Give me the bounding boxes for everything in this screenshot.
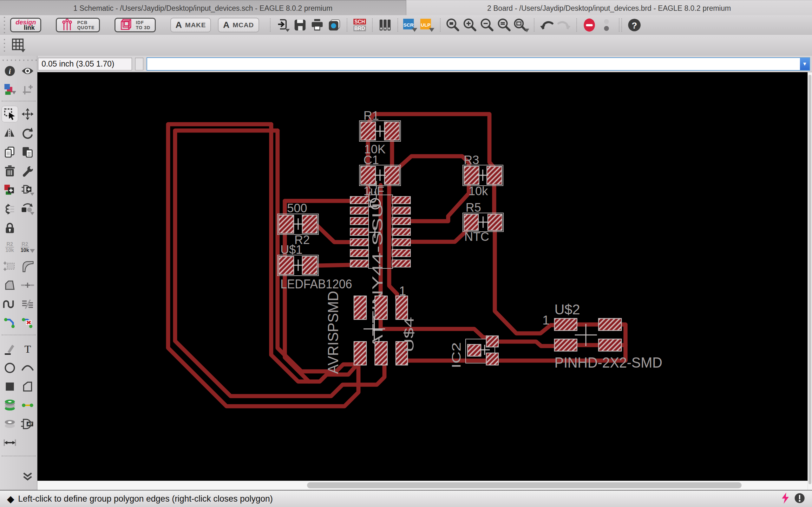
mirror-tool[interactable] — [2, 125, 18, 141]
expand-tools-button[interactable] — [19, 468, 36, 485]
toolbar-drag-handle[interactable] — [4, 39, 5, 52]
grid-button[interactable] — [10, 37, 27, 54]
component-C1[interactable]: C1 1uF — [359, 153, 401, 198]
zoom-in-button[interactable] — [461, 16, 478, 34]
export-button[interactable] — [274, 16, 292, 34]
polygon-tool[interactable] — [19, 378, 36, 395]
delete-tool[interactable] — [2, 163, 18, 179]
undo-button[interactable] — [538, 16, 555, 34]
ulp-button[interactable]: ULP — [419, 16, 436, 34]
lock-tool[interactable] — [2, 220, 18, 236]
pcb-quote-label: PCBQUOTE — [77, 20, 95, 30]
component-IC2[interactable]: IC2 — [450, 336, 498, 368]
value-tool[interactable]: R210k — [19, 239, 36, 256]
board-drawing: R1 10K C1 1uF R3 10k — [38, 72, 808, 490]
arc-tool[interactable] — [19, 360, 36, 376]
switch-sch-brd-button[interactable]: SCH BRD — [351, 16, 368, 34]
vertical-scrollbar[interactable] — [808, 72, 812, 490]
dimension-tool[interactable] — [2, 435, 18, 451]
stop-button[interactable] — [581, 16, 598, 34]
idf-to-3d-button[interactable]: IDFTO 3D — [114, 18, 156, 32]
horizontal-scrollbar[interactable] — [38, 481, 808, 490]
component-R5[interactable]: R5 NTC — [463, 201, 503, 243]
mark-tool[interactable] — [19, 81, 36, 98]
pcb-quote-button[interactable]: PCBQUOTE — [56, 18, 100, 32]
zoom-redraw-button[interactable] — [496, 16, 513, 34]
make-button[interactable]: A MAKE — [170, 18, 211, 32]
tab-schematic[interactable]: 1 Schematic - /Users/Jaydip/Desktop/inpu… — [0, 0, 406, 16]
svg-text:NTC: NTC — [464, 230, 489, 243]
toolbar-separator — [619, 18, 619, 32]
go-button[interactable] — [598, 16, 615, 34]
toolbar-separator — [397, 18, 398, 32]
command-dropdown-button[interactable]: ▼ — [800, 58, 809, 70]
change-tool[interactable] — [19, 163, 36, 179]
ripup-tool[interactable] — [19, 315, 36, 331]
split-tool[interactable] — [2, 277, 18, 293]
component-U$2[interactable]: U$2 1 PINHD-2X2-SMD — [542, 302, 662, 371]
gateswap-tool[interactable] — [19, 201, 36, 217]
toolbar-separator — [372, 18, 373, 32]
optimize-tool[interactable] — [19, 277, 36, 293]
tab-board[interactable]: 2 Board - /Users/Jaydip/Desktop/input_de… — [406, 0, 812, 16]
zoom-fit-button[interactable] — [444, 16, 461, 34]
wire-tool[interactable] — [2, 341, 18, 357]
ratsnest-tool[interactable] — [19, 296, 36, 313]
signal-tool[interactable] — [19, 397, 36, 413]
redo-button[interactable] — [555, 16, 572, 34]
copy-tool[interactable] — [2, 144, 18, 160]
design-link-button[interactable]: design link — [10, 18, 41, 32]
hole-tool[interactable] — [2, 416, 18, 432]
smash-tool[interactable] — [2, 258, 18, 274]
rotate-tool[interactable] — [19, 125, 36, 141]
group-tool[interactable] — [2, 106, 18, 122]
autodesk-logo-icon: A — [223, 20, 229, 30]
info-tool[interactable]: i — [2, 63, 18, 79]
text-tool[interactable]: T — [19, 341, 36, 357]
sidebar-drag-handle[interactable] — [3, 60, 37, 61]
svg-text:BRD: BRD — [354, 26, 365, 31]
toolbar-drag-handle[interactable] — [4, 17, 5, 33]
image-export-button[interactable] — [326, 16, 343, 34]
pinswap-tool[interactable] — [2, 201, 18, 217]
help-button[interactable]: ? — [626, 16, 643, 34]
replace-tool[interactable] — [19, 182, 36, 199]
rect-tool[interactable] — [2, 378, 18, 395]
mcad-button[interactable]: A MCAD — [218, 18, 259, 32]
move-tool[interactable] — [19, 106, 36, 122]
main-toolbar: design link PCBQUOTE IDFTO 3D A — [0, 15, 812, 35]
command-field: ▼ — [147, 57, 810, 71]
name-tool[interactable]: R210k — [2, 239, 18, 256]
zoom-out-button[interactable] — [478, 16, 496, 34]
svg-text:PINHD-2X2-SMD: PINHD-2X2-SMD — [554, 354, 662, 371]
display-layers-tool[interactable] — [2, 81, 18, 98]
script-button[interactable]: SCR — [402, 16, 419, 34]
command-input[interactable] — [147, 58, 800, 70]
show-tool[interactable] — [19, 63, 36, 79]
miter-tool[interactable] — [19, 258, 36, 274]
toolbar-separator — [347, 18, 347, 32]
attribute-tool[interactable]: AT — [19, 416, 36, 432]
horizontal-scrollbar-thumb[interactable] — [307, 482, 742, 488]
circle-tool[interactable] — [2, 360, 18, 376]
vertical-scrollbar-thumb[interactable] — [809, 75, 811, 484]
svg-text:ULP: ULP — [420, 22, 430, 27]
route-tool[interactable] — [2, 315, 18, 331]
toolbar-separator — [440, 18, 441, 32]
svg-text:IC2: IC2 — [450, 342, 463, 368]
meander-tool[interactable] — [2, 296, 18, 313]
smd-pad — [486, 353, 498, 365]
via-tool[interactable] — [2, 397, 18, 413]
save-button[interactable] — [292, 16, 309, 34]
status-message: Left-click to define group polygon edges… — [18, 494, 273, 504]
add-part-tool[interactable] — [2, 182, 18, 199]
zoom-select-button[interactable] — [513, 16, 530, 34]
alert-icon[interactable] — [794, 493, 805, 505]
smd-pad — [599, 319, 621, 331]
print-button[interactable] — [309, 16, 326, 34]
lightning-icon[interactable] — [781, 492, 790, 505]
board-canvas[interactable]: R1 10K C1 1uF R3 10k — [38, 72, 808, 490]
component-R3[interactable]: R3 10k — [463, 153, 503, 198]
layer-settings-button[interactable] — [376, 16, 394, 34]
paste-tool[interactable] — [19, 144, 36, 160]
